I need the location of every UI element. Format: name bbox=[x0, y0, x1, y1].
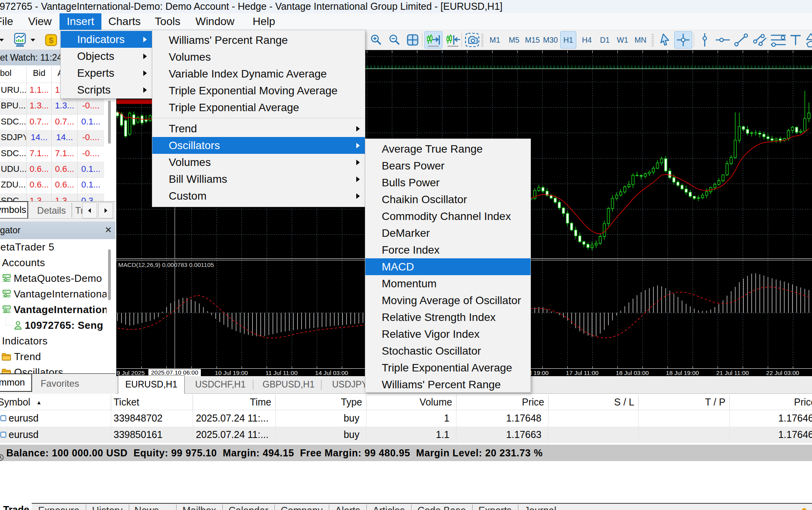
tab-common[interactable]: Common bbox=[0, 373, 32, 392]
menu-charts[interactable]: Charts bbox=[106, 13, 143, 30]
timeframe-M15[interactable]: M15 bbox=[522, 31, 543, 49]
menu-item-triple-exponential-moving-average[interactable]: Triple Exponential Moving Average bbox=[152, 82, 365, 99]
tree-item-vantageinternational-demo[interactable]: VantageInternational-Demo bbox=[0, 302, 106, 317]
vertical-line-button[interactable] bbox=[700, 31, 709, 49]
tree-item-oscillators[interactable]: Oscillators bbox=[0, 364, 106, 373]
chart-tab-eurusd-h1[interactable]: EURUSD,H1 bbox=[118, 375, 185, 394]
menu-item-demarker[interactable]: DeMarker bbox=[365, 225, 531, 241]
tree-item-10972765-seng[interactable]: 10972765: Seng bbox=[0, 317, 106, 333]
tab-details[interactable]: Details bbox=[31, 203, 72, 218]
menu-item-triple-exponential-average[interactable]: Triple Exponential Average bbox=[152, 99, 365, 116]
tab-trading[interactable]: Trading bbox=[75, 203, 82, 218]
zoom-out-button[interactable] bbox=[386, 31, 402, 49]
header-symbol[interactable]: Symbol▲ bbox=[0, 396, 108, 408]
column-bid[interactable]: Bid bbox=[27, 68, 52, 78]
tree-item-metaquotes-demo[interactable]: MetaQuotes-Demo bbox=[0, 270, 106, 286]
tree-item-indicators[interactable]: Indicators bbox=[0, 333, 106, 349]
toolbox-tab-experts[interactable]: Experts bbox=[472, 504, 518, 510]
timeframe-M30[interactable]: M30 bbox=[540, 31, 561, 49]
tree-item-trend[interactable]: Trend bbox=[0, 349, 106, 364]
channel-button[interactable] bbox=[752, 31, 768, 49]
trade-row[interactable]: eurusd3398501612025.07.24 11:...buy1.11.… bbox=[0, 427, 812, 443]
header-t-p[interactable]: T / P bbox=[638, 396, 725, 408]
dropdown-arrow-button[interactable] bbox=[28, 31, 38, 49]
toolbox-tab-articles[interactable]: Articles bbox=[366, 504, 411, 510]
market-watch-row[interactable]: SDJPY14...14...-0.... bbox=[0, 130, 104, 146]
menu-file[interactable]: File bbox=[0, 13, 19, 30]
trendline-button[interactable] bbox=[733, 31, 749, 49]
toolbox-tab-exposure[interactable]: Exposure bbox=[32, 504, 86, 510]
menu-item-bulls-power[interactable]: Bulls Power bbox=[365, 174, 531, 191]
header-s-l[interactable]: S / L bbox=[548, 396, 634, 408]
menu-item-stochastic-oscillator[interactable]: Stochastic Oscillator bbox=[365, 342, 531, 359]
toolbox-tab-history[interactable]: History bbox=[86, 504, 129, 510]
timeframe-D1[interactable]: D1 bbox=[596, 31, 614, 49]
menu-item-williams-percent-range[interactable]: Williams' Percent Range bbox=[152, 32, 365, 49]
market-watch-row[interactable]: SDC...7.1...7.1...-0.... bbox=[0, 146, 104, 162]
navigator-scrollbar[interactable] bbox=[108, 249, 111, 300]
menu-item-objects[interactable]: Objects bbox=[61, 48, 152, 65]
menu-item-momentum[interactable]: Momentum bbox=[365, 275, 531, 292]
tree-item-metatrader-5[interactable]: MetaTrader 5 bbox=[0, 239, 106, 255]
crosshair-button[interactable] bbox=[674, 31, 692, 49]
chart-tab-usdchf-h1[interactable]: USDCHF,H1 bbox=[187, 378, 254, 392]
header-price[interactable]: Price bbox=[729, 396, 812, 408]
menu-item-bears-power[interactable]: Bears Power bbox=[365, 157, 531, 174]
menu-item-experts[interactable]: Experts bbox=[61, 65, 152, 81]
menu-item-volumes[interactable]: Volumes bbox=[152, 154, 365, 171]
market-watch-row[interactable]: ZDU...0.6...0.6...0.1... bbox=[0, 177, 104, 193]
market-watch-row[interactable]: SDC...0.7...0.7...0.1... bbox=[0, 114, 104, 130]
timeframe-H4[interactable]: H4 bbox=[578, 31, 595, 49]
toolbox-tab-calendar[interactable]: Calendar bbox=[222, 504, 274, 510]
tab-favorites[interactable]: Favorites bbox=[38, 375, 81, 391]
menu-item-force-index[interactable]: Force Index bbox=[365, 241, 531, 258]
header-volume[interactable]: Volume bbox=[366, 396, 452, 408]
tree-item-vantageinternational-demo[interactable]: VantageInternational-Demo bbox=[0, 286, 106, 302]
menu-item-indicators[interactable]: Indicators bbox=[61, 31, 152, 48]
chart-tab-gbpusd-h1[interactable]: GBPUSD,H1 bbox=[255, 378, 322, 392]
toolbox-tab-code-base[interactable]: Code Base bbox=[411, 504, 472, 510]
tabs-scroll-right-button[interactable] bbox=[98, 202, 113, 218]
tree-item-accounts[interactable]: Accounts bbox=[0, 255, 106, 270]
column-symbol[interactable]: Symbol bbox=[0, 68, 10, 78]
new-order-button[interactable]: $ bbox=[44, 31, 58, 49]
menu-item-trend[interactable]: Trend bbox=[152, 120, 365, 137]
menu-view[interactable]: View bbox=[27, 13, 52, 30]
market-watch-scrollbar[interactable] bbox=[108, 101, 111, 144]
zoom-in-button[interactable] bbox=[368, 31, 384, 49]
header-type[interactable]: Type bbox=[275, 396, 362, 408]
menu-item-volumes[interactable]: Volumes bbox=[152, 49, 365, 65]
menu-item-triple-exponential-average[interactable]: Triple Exponential Average bbox=[365, 359, 531, 376]
menu-item-chaikin-oscillator[interactable]: Chaikin Oscillator bbox=[365, 191, 531, 208]
close-icon[interactable]: ✕ bbox=[105, 226, 112, 234]
toolbox-tab-mailbox[interactable]: Mailbox bbox=[176, 504, 222, 510]
toolbox-tab-news[interactable]: News●● bbox=[129, 504, 176, 510]
timeframe-MN[interactable]: MN bbox=[632, 31, 650, 49]
horizontal-line-button[interactable] bbox=[714, 31, 731, 49]
fibonacci-button[interactable] bbox=[770, 31, 787, 49]
menu-item-commodity-channel-index[interactable]: Commodity Channel Index bbox=[365, 208, 531, 225]
toolbox-tab-company[interactable]: Company bbox=[274, 504, 329, 510]
camera-button[interactable] bbox=[464, 31, 480, 49]
new-chart-button[interactable] bbox=[13, 31, 27, 49]
cursor-button[interactable] bbox=[658, 31, 673, 49]
menu-item-bill-williams[interactable]: Bill Williams bbox=[152, 171, 365, 187]
menu-item-macd[interactable]: MACD bbox=[365, 258, 531, 275]
menu-help[interactable]: Help bbox=[250, 13, 278, 30]
shapes-button[interactable] bbox=[805, 31, 812, 49]
header-ticket[interactable]: Ticket bbox=[114, 396, 195, 408]
dropdown-arrow-button[interactable] bbox=[0, 31, 6, 49]
market-watch-row[interactable]: UDU...0.6...0.6...0.1... bbox=[0, 162, 104, 177]
tab-symbols[interactable]: Symbols bbox=[0, 201, 28, 219]
menu-item-williams-percent-range[interactable]: Williams' Percent Range bbox=[365, 376, 531, 393]
header-time[interactable]: Time bbox=[193, 396, 271, 408]
toolbox-tab-trade[interactable]: Trade bbox=[0, 503, 32, 510]
text-tool-button[interactable] bbox=[789, 31, 803, 49]
menu-tools[interactable]: Tools bbox=[153, 13, 182, 30]
timeframe-H1[interactable]: H1 bbox=[560, 31, 576, 49]
menu-item-average-true-range[interactable]: Average True Range bbox=[365, 141, 531, 157]
menu-item-moving-average-of-oscillator[interactable]: Moving Average of Oscillator bbox=[365, 292, 531, 309]
header-price[interactable]: Price bbox=[456, 396, 544, 408]
trade-row[interactable]: eurusd3398487022025.07.24 11:...buy11.17… bbox=[0, 410, 812, 427]
timeframe-W1[interactable]: W1 bbox=[614, 31, 631, 49]
